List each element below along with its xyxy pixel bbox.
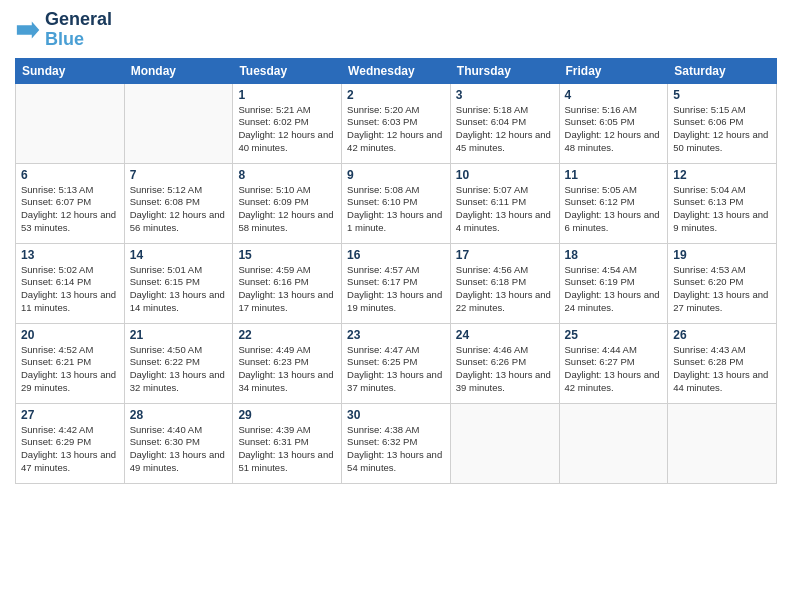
day-number: 14 <box>130 248 228 262</box>
day-info: Sunrise: 4:40 AM Sunset: 6:30 PM Dayligh… <box>130 424 228 475</box>
day-info: Sunrise: 4:42 AM Sunset: 6:29 PM Dayligh… <box>21 424 119 475</box>
day-cell <box>668 403 777 483</box>
day-info: Sunrise: 5:13 AM Sunset: 6:07 PM Dayligh… <box>21 184 119 235</box>
day-cell: 26Sunrise: 4:43 AM Sunset: 6:28 PM Dayli… <box>668 323 777 403</box>
day-cell: 13Sunrise: 5:02 AM Sunset: 6:14 PM Dayli… <box>16 243 125 323</box>
weekday-header-tuesday: Tuesday <box>233 58 342 83</box>
day-number: 19 <box>673 248 771 262</box>
day-info: Sunrise: 4:59 AM Sunset: 6:16 PM Dayligh… <box>238 264 336 315</box>
day-number: 1 <box>238 88 336 102</box>
day-number: 20 <box>21 328 119 342</box>
day-cell: 6Sunrise: 5:13 AM Sunset: 6:07 PM Daylig… <box>16 163 125 243</box>
day-cell: 10Sunrise: 5:07 AM Sunset: 6:11 PM Dayli… <box>450 163 559 243</box>
day-info: Sunrise: 4:57 AM Sunset: 6:17 PM Dayligh… <box>347 264 445 315</box>
logo-blue: Blue <box>45 30 112 50</box>
day-number: 7 <box>130 168 228 182</box>
svg-marker-0 <box>17 21 39 38</box>
day-number: 26 <box>673 328 771 342</box>
day-cell: 8Sunrise: 5:10 AM Sunset: 6:09 PM Daylig… <box>233 163 342 243</box>
day-number: 28 <box>130 408 228 422</box>
day-cell <box>450 403 559 483</box>
day-cell: 15Sunrise: 4:59 AM Sunset: 6:16 PM Dayli… <box>233 243 342 323</box>
day-number: 5 <box>673 88 771 102</box>
weekday-header-sunday: Sunday <box>16 58 125 83</box>
day-cell: 29Sunrise: 4:39 AM Sunset: 6:31 PM Dayli… <box>233 403 342 483</box>
day-info: Sunrise: 4:53 AM Sunset: 6:20 PM Dayligh… <box>673 264 771 315</box>
day-cell: 4Sunrise: 5:16 AM Sunset: 6:05 PM Daylig… <box>559 83 668 163</box>
day-number: 2 <box>347 88 445 102</box>
weekday-header-wednesday: Wednesday <box>342 58 451 83</box>
day-number: 22 <box>238 328 336 342</box>
day-cell: 1Sunrise: 5:21 AM Sunset: 6:02 PM Daylig… <box>233 83 342 163</box>
day-cell: 30Sunrise: 4:38 AM Sunset: 6:32 PM Dayli… <box>342 403 451 483</box>
week-row-2: 6Sunrise: 5:13 AM Sunset: 6:07 PM Daylig… <box>16 163 777 243</box>
day-cell <box>124 83 233 163</box>
day-number: 15 <box>238 248 336 262</box>
day-info: Sunrise: 4:54 AM Sunset: 6:19 PM Dayligh… <box>565 264 663 315</box>
day-info: Sunrise: 4:56 AM Sunset: 6:18 PM Dayligh… <box>456 264 554 315</box>
weekday-header-thursday: Thursday <box>450 58 559 83</box>
day-cell: 23Sunrise: 4:47 AM Sunset: 6:25 PM Dayli… <box>342 323 451 403</box>
week-row-5: 27Sunrise: 4:42 AM Sunset: 6:29 PM Dayli… <box>16 403 777 483</box>
day-number: 18 <box>565 248 663 262</box>
day-info: Sunrise: 5:18 AM Sunset: 6:04 PM Dayligh… <box>456 104 554 155</box>
day-cell <box>16 83 125 163</box>
day-number: 24 <box>456 328 554 342</box>
day-number: 10 <box>456 168 554 182</box>
day-number: 3 <box>456 88 554 102</box>
day-cell: 5Sunrise: 5:15 AM Sunset: 6:06 PM Daylig… <box>668 83 777 163</box>
day-number: 4 <box>565 88 663 102</box>
day-cell: 9Sunrise: 5:08 AM Sunset: 6:10 PM Daylig… <box>342 163 451 243</box>
day-cell: 28Sunrise: 4:40 AM Sunset: 6:30 PM Dayli… <box>124 403 233 483</box>
day-number: 27 <box>21 408 119 422</box>
day-cell: 17Sunrise: 4:56 AM Sunset: 6:18 PM Dayli… <box>450 243 559 323</box>
day-number: 8 <box>238 168 336 182</box>
day-info: Sunrise: 5:10 AM Sunset: 6:09 PM Dayligh… <box>238 184 336 235</box>
day-info: Sunrise: 5:15 AM Sunset: 6:06 PM Dayligh… <box>673 104 771 155</box>
day-cell: 3Sunrise: 5:18 AM Sunset: 6:04 PM Daylig… <box>450 83 559 163</box>
day-number: 21 <box>130 328 228 342</box>
week-row-3: 13Sunrise: 5:02 AM Sunset: 6:14 PM Dayli… <box>16 243 777 323</box>
day-cell: 22Sunrise: 4:49 AM Sunset: 6:23 PM Dayli… <box>233 323 342 403</box>
day-info: Sunrise: 4:52 AM Sunset: 6:21 PM Dayligh… <box>21 344 119 395</box>
day-cell: 14Sunrise: 5:01 AM Sunset: 6:15 PM Dayli… <box>124 243 233 323</box>
day-info: Sunrise: 5:08 AM Sunset: 6:10 PM Dayligh… <box>347 184 445 235</box>
day-cell: 18Sunrise: 4:54 AM Sunset: 6:19 PM Dayli… <box>559 243 668 323</box>
day-info: Sunrise: 4:47 AM Sunset: 6:25 PM Dayligh… <box>347 344 445 395</box>
weekday-header-friday: Friday <box>559 58 668 83</box>
logo: General Blue <box>15 10 112 50</box>
day-cell: 19Sunrise: 4:53 AM Sunset: 6:20 PM Dayli… <box>668 243 777 323</box>
day-info: Sunrise: 4:46 AM Sunset: 6:26 PM Dayligh… <box>456 344 554 395</box>
day-number: 29 <box>238 408 336 422</box>
week-row-4: 20Sunrise: 4:52 AM Sunset: 6:21 PM Dayli… <box>16 323 777 403</box>
day-info: Sunrise: 4:43 AM Sunset: 6:28 PM Dayligh… <box>673 344 771 395</box>
header: General Blue <box>15 10 777 50</box>
day-cell: 16Sunrise: 4:57 AM Sunset: 6:17 PM Dayli… <box>342 243 451 323</box>
day-cell: 20Sunrise: 4:52 AM Sunset: 6:21 PM Dayli… <box>16 323 125 403</box>
day-info: Sunrise: 5:16 AM Sunset: 6:05 PM Dayligh… <box>565 104 663 155</box>
calendar-table: SundayMondayTuesdayWednesdayThursdayFrid… <box>15 58 777 484</box>
week-row-1: 1Sunrise: 5:21 AM Sunset: 6:02 PM Daylig… <box>16 83 777 163</box>
day-number: 9 <box>347 168 445 182</box>
day-info: Sunrise: 5:04 AM Sunset: 6:13 PM Dayligh… <box>673 184 771 235</box>
day-info: Sunrise: 5:02 AM Sunset: 6:14 PM Dayligh… <box>21 264 119 315</box>
day-number: 6 <box>21 168 119 182</box>
day-info: Sunrise: 5:01 AM Sunset: 6:15 PM Dayligh… <box>130 264 228 315</box>
day-info: Sunrise: 5:07 AM Sunset: 6:11 PM Dayligh… <box>456 184 554 235</box>
day-number: 11 <box>565 168 663 182</box>
day-cell <box>559 403 668 483</box>
day-info: Sunrise: 5:20 AM Sunset: 6:03 PM Dayligh… <box>347 104 445 155</box>
day-cell: 21Sunrise: 4:50 AM Sunset: 6:22 PM Dayli… <box>124 323 233 403</box>
day-cell: 27Sunrise: 4:42 AM Sunset: 6:29 PM Dayli… <box>16 403 125 483</box>
day-number: 17 <box>456 248 554 262</box>
logo-icon <box>15 16 43 44</box>
day-info: Sunrise: 5:05 AM Sunset: 6:12 PM Dayligh… <box>565 184 663 235</box>
day-number: 25 <box>565 328 663 342</box>
weekday-header-row: SundayMondayTuesdayWednesdayThursdayFrid… <box>16 58 777 83</box>
day-info: Sunrise: 5:21 AM Sunset: 6:02 PM Dayligh… <box>238 104 336 155</box>
weekday-header-monday: Monday <box>124 58 233 83</box>
day-number: 23 <box>347 328 445 342</box>
day-info: Sunrise: 4:39 AM Sunset: 6:31 PM Dayligh… <box>238 424 336 475</box>
day-number: 12 <box>673 168 771 182</box>
day-cell: 2Sunrise: 5:20 AM Sunset: 6:03 PM Daylig… <box>342 83 451 163</box>
